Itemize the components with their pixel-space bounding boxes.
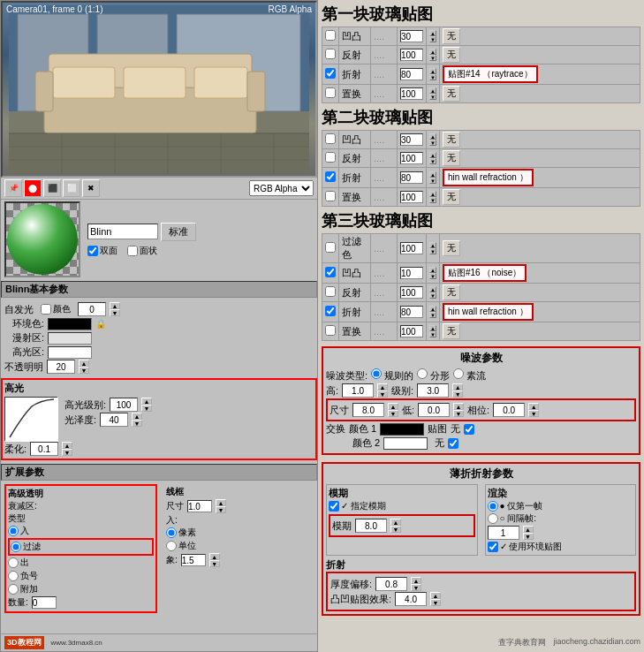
channel-select[interactable]: RGB Alpha: [249, 180, 314, 196]
tool-box-btn[interactable]: ⬛: [43, 179, 61, 197]
bump-input[interactable]: [395, 592, 427, 606]
map-btn[interactable]: 无: [443, 240, 460, 256]
map-check[interactable]: [325, 267, 336, 277]
map-btn[interactable]: 贴图#14 （raytrace）: [443, 65, 538, 83]
map-val-input[interactable]: [400, 267, 423, 279]
noise-color1-swatch[interactable]: [380, 423, 424, 436]
gloss-input[interactable]: [100, 413, 128, 427]
map-btn[interactable]: 无: [443, 150, 460, 166]
map-check[interactable]: [325, 242, 336, 253]
map-val-input[interactable]: [400, 171, 423, 184]
map-spinner[interactable]: ▲▼: [427, 149, 440, 168]
mode-val-input[interactable]: [355, 519, 387, 533]
hl-level-input[interactable]: [110, 398, 138, 412]
map-spinner[interactable]: ▲▼: [427, 322, 440, 341]
wire-size-spinner[interactable]: ▲▼: [216, 499, 226, 513]
gloss-spinner[interactable]: ▲▼: [132, 413, 142, 427]
noise-phase-input[interactable]: [493, 403, 525, 417]
map-val-input[interactable]: [400, 325, 423, 337]
thick-input[interactable]: [375, 577, 407, 591]
map-spinner[interactable]: ▲▼: [427, 234, 440, 263]
map-check[interactable]: [325, 152, 336, 163]
interval-input[interactable]: [488, 526, 519, 540]
map-btn[interactable]: hin wall refraction ）: [443, 169, 534, 186]
noise-level-input[interactable]: [417, 383, 449, 398]
map-check[interactable]: [325, 191, 336, 201]
noise-phase-spinner[interactable]: ▲▼: [528, 403, 539, 417]
map-spinner[interactable]: ▲▼: [427, 64, 440, 85]
map-spinner[interactable]: ▲▼: [427, 27, 440, 46]
map-val-input[interactable]: [400, 49, 423, 61]
opacity-spinner[interactable]: ▲▼: [79, 360, 89, 374]
specular-swatch[interactable]: [48, 346, 92, 359]
opacity-input[interactable]: [47, 360, 75, 374]
noise-size-input[interactable]: [352, 403, 384, 417]
map-btn[interactable]: 无: [443, 132, 460, 148]
map-check[interactable]: [325, 133, 336, 144]
noise-low-spinner[interactable]: ▲▼: [453, 403, 464, 417]
noise-color2-swatch[interactable]: [383, 437, 428, 450]
mat-name-input[interactable]: [87, 224, 158, 239]
mode-spinner[interactable]: ▲▼: [390, 519, 401, 533]
noise-high-spinner[interactable]: ▲▼: [377, 383, 388, 398]
map-check[interactable]: [325, 87, 336, 98]
soften-input[interactable]: [30, 442, 58, 456]
num-input[interactable]: [32, 596, 57, 609]
map-val-input[interactable]: [400, 68, 423, 80]
map-btn[interactable]: 无: [443, 284, 460, 300]
map-val-input[interactable]: [400, 87, 423, 100]
map-check[interactable]: [325, 68, 336, 79]
map-btn[interactable]: 无: [443, 86, 460, 102]
diffuse-swatch[interactable]: [48, 332, 92, 345]
map-check[interactable]: [325, 171, 336, 182]
map-spinner[interactable]: ▲▼: [427, 263, 440, 284]
map-btn[interactable]: 无: [443, 28, 460, 44]
face-check[interactable]: 面状: [127, 245, 157, 257]
map-val-input[interactable]: [400, 133, 423, 146]
map-val-input[interactable]: [400, 242, 423, 254]
noise-map2-check[interactable]: [448, 438, 458, 449]
map-check[interactable]: [325, 30, 336, 41]
map-btn[interactable]: hin wall refraction ）: [443, 303, 534, 321]
map-val-input[interactable]: [400, 152, 423, 164]
map-btn[interactable]: 无: [443, 323, 460, 339]
map-val-input[interactable]: [400, 286, 423, 299]
standard-btn[interactable]: 标准: [161, 223, 196, 241]
noise-size-spinner[interactable]: ▲▼: [388, 403, 398, 417]
hl-level-spinner[interactable]: ▲▼: [141, 398, 152, 412]
wire-size-input[interactable]: [187, 500, 212, 512]
tool-pipe-btn[interactable]: 📌: [4, 179, 22, 197]
map-check[interactable]: [325, 49, 336, 59]
noise-level-spinner[interactable]: ▲▼: [452, 383, 463, 398]
color-check[interactable]: 颜色: [41, 303, 71, 315]
map-check[interactable]: [325, 286, 336, 297]
ambient-swatch[interactable]: [48, 318, 92, 330]
falloff-input[interactable]: [181, 554, 206, 566]
map-spinner[interactable]: ▲▼: [427, 131, 440, 149]
map-btn[interactable]: 无: [443, 189, 460, 205]
map-spinner[interactable]: ▲▼: [427, 188, 440, 207]
map-spinner[interactable]: ▲▼: [427, 302, 440, 322]
map-btn[interactable]: 无: [443, 47, 460, 63]
map-val-input[interactable]: [400, 30, 423, 42]
map-spinner[interactable]: ▲▼: [427, 85, 440, 103]
thick-spinner[interactable]: ▲▼: [411, 577, 421, 591]
soften-spinner[interactable]: ▲▼: [62, 442, 72, 456]
tool-sphere-btn[interactable]: ⬤: [24, 179, 42, 197]
noise-high-input[interactable]: [342, 383, 374, 398]
map-spinner[interactable]: ▲▼: [427, 168, 440, 188]
interval-spinner[interactable]: ▲▼: [523, 526, 534, 540]
map-spinner[interactable]: ▲▼: [427, 46, 440, 64]
self-glow-val[interactable]: [78, 302, 106, 316]
noise-low-input[interactable]: [418, 403, 450, 417]
map-btn[interactable]: 贴图#16 （noise）: [443, 264, 527, 282]
map-check[interactable]: [325, 325, 336, 336]
noise-map1-check[interactable]: [464, 424, 474, 435]
self-glow-spinner[interactable]: ▲▼: [110, 302, 120, 316]
tool-cyl-btn[interactable]: ⬜: [63, 179, 80, 197]
map-val-input[interactable]: [400, 191, 423, 203]
bump-spinner[interactable]: ▲▼: [430, 592, 441, 606]
tool-x-btn[interactable]: ✖: [82, 179, 100, 197]
map-spinner[interactable]: ▲▼: [427, 284, 440, 302]
double-face-check[interactable]: 双面: [87, 245, 117, 257]
